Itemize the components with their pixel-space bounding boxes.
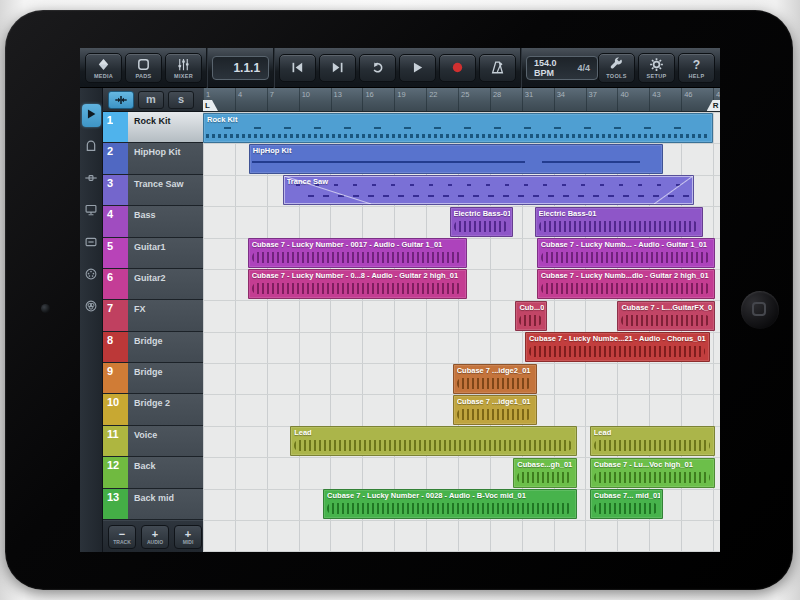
track-number: 3 (103, 175, 128, 205)
setup-button[interactable]: SETUP (638, 53, 675, 83)
mixer-button[interactable]: MIXER (165, 53, 202, 83)
go-to-end-button[interactable] (319, 54, 356, 82)
solo-button[interactable]: s (168, 91, 194, 109)
undo-button[interactable] (359, 54, 396, 82)
waveform (594, 440, 710, 451)
front-camera (41, 304, 50, 313)
tools-button[interactable]: TOOLS (598, 53, 635, 83)
play-button[interactable] (399, 54, 436, 82)
clip-label: Electric Bass-01 (539, 209, 701, 218)
help-button[interactable]: ?HELP (678, 53, 715, 83)
bar-ruler[interactable]: 1471013161922252831343740434649LR (203, 88, 720, 112)
track-row-6[interactable]: 6Guitar2 (103, 269, 203, 300)
ruler-bar-number: 37 (589, 90, 597, 99)
media-button[interactable]: MEDIA (85, 53, 122, 83)
clip[interactable]: Cubase 7 - Lucky Number - 0017 - Audio -… (248, 238, 467, 268)
audio-button[interactable]: +AUDIO (141, 525, 169, 549)
right-locator-flag[interactable]: R (707, 100, 720, 111)
top-toolbar: MEDIAPADSMIXER 1.1.1 154.0 BPM 4/4 TOOLS… (80, 48, 720, 88)
monitor-icon (84, 203, 98, 221)
clip[interactable]: Electric Bass-01 (450, 207, 514, 237)
sidebar-monitor-button[interactable] (82, 200, 101, 223)
clip[interactable]: Cubase 7 - Lucky Number - 0028 - Audio -… (323, 489, 577, 519)
clip-label: Cubase 7 - Lu...Voc high_01 (594, 460, 712, 469)
prev-icon (290, 60, 305, 75)
mixer-button-label: MIXER (174, 73, 193, 79)
ruler-bar-number: 13 (334, 90, 342, 99)
channel-mix-icon (84, 299, 98, 317)
clip-label: Cub...01 (519, 303, 544, 312)
clip[interactable]: Rock Kit (203, 113, 713, 143)
clip[interactable]: Cubase 7 - Lucky Numbe...21 - Audio - Ch… (525, 332, 710, 362)
ruler-tick (394, 88, 395, 111)
sidebar-arrange-view-button[interactable] (82, 104, 101, 127)
ruler-tick (331, 88, 332, 111)
track-row-8[interactable]: 8Bridge (103, 332, 203, 363)
mute-button[interactable]: m (138, 91, 164, 109)
waveform (541, 283, 711, 294)
track-row-4[interactable]: 4Bass (103, 206, 203, 237)
track-list-header: ms (103, 88, 203, 112)
track-row-10[interactable]: 10Bridge 2 (103, 394, 203, 425)
track-row-12[interactable]: 12Back (103, 457, 203, 488)
clip[interactable]: Trance Saw (283, 175, 694, 205)
track-row-9[interactable]: 9Bridge (103, 363, 203, 394)
track-name: Trance Saw (128, 175, 203, 205)
go-to-start-button[interactable] (279, 54, 316, 82)
clip[interactable]: Electric Bass-01 (535, 207, 704, 237)
keys-pads-icon (84, 139, 98, 157)
ruler-tick (235, 88, 236, 111)
ruler-tick (299, 88, 300, 111)
sidebar-automation-button[interactable] (82, 168, 101, 191)
clip[interactable]: Cubase 7 - Lu...Voc high_01 (590, 458, 715, 488)
tempo-display[interactable]: 154.0 BPM 4/4 (526, 56, 598, 80)
main-area: ms 1Rock Kit2HipHop Kit3Trance Saw4Bass5… (80, 88, 720, 552)
track-button[interactable]: −TRACK (108, 525, 136, 549)
mixer-icon (176, 57, 191, 72)
track-name: Bridge 2 (128, 394, 203, 424)
clip[interactable]: Lead (290, 426, 577, 456)
home-button[interactable] (741, 291, 779, 329)
record-button[interactable] (439, 54, 476, 82)
clip[interactable]: Cub...01 (515, 301, 547, 331)
waveform (594, 472, 710, 483)
clip[interactable]: Cubase 7 ...idge2_01 (453, 364, 537, 394)
track-row-7[interactable]: 7FX (103, 300, 203, 331)
clip[interactable]: Lead (590, 426, 715, 456)
clip[interactable]: Cubase 7... mid_01 (590, 489, 663, 519)
track-row-2[interactable]: 2HipHop Kit (103, 143, 203, 174)
position-display[interactable]: 1.1.1 (212, 56, 269, 80)
pads-button[interactable]: PADS (125, 53, 162, 83)
sidebar-keys-pads-button[interactable] (82, 136, 101, 159)
sidebar-midi-din-button[interactable] (82, 264, 101, 287)
ruler-bar-number: 49 (716, 90, 720, 99)
clip[interactable]: HipHop Kit (249, 144, 663, 174)
sidebar-editor-button[interactable] (82, 232, 101, 255)
midi-button[interactable]: +MIDI (174, 525, 202, 549)
toolbar-divider (273, 48, 275, 88)
track-row-11[interactable]: 11Voice (103, 426, 203, 457)
track-tool-button[interactable] (108, 91, 134, 109)
clip[interactable]: Cubase 7 - Lucky Numb... - Audio - Guita… (537, 238, 716, 268)
track-number: 2 (103, 143, 128, 173)
minus-icon: − (119, 529, 125, 539)
track-list-panel: ms 1Rock Kit2HipHop Kit3Trance Saw4Bass5… (103, 88, 203, 552)
track-row-3[interactable]: 3Trance Saw (103, 175, 203, 206)
track-row-13[interactable]: 13Back mid (103, 489, 203, 520)
clip[interactable]: Cubase 7 ...idge1_01 (453, 395, 537, 425)
ruler-bar-number: 1 (206, 90, 210, 99)
clip[interactable]: Cubase 7 - Lucky Numb...dio - Guitar 2 h… (537, 269, 716, 299)
track-row-5[interactable]: 5Guitar1 (103, 238, 203, 269)
home-button-glyph (752, 302, 766, 316)
track-number: 6 (103, 269, 128, 299)
left-locator-flag[interactable]: L (203, 100, 218, 111)
waveform (327, 503, 572, 514)
clip[interactable]: Cubase 7 - Lucky Number - 0...8 - Audio … (248, 269, 467, 299)
metronome-button[interactable] (479, 54, 516, 82)
track-row-1[interactable]: 1Rock Kit (103, 112, 203, 143)
ruler-bar-number: 19 (397, 90, 405, 99)
clip[interactable]: Cubase...gh_01 (513, 458, 577, 488)
clip[interactable]: Cubase 7 - L...GuitarFX_01 (617, 301, 715, 331)
timeline-area: 1471013161922252831343740434649LR Rock K… (203, 88, 720, 552)
sidebar-channel-mix-button[interactable] (82, 296, 101, 319)
